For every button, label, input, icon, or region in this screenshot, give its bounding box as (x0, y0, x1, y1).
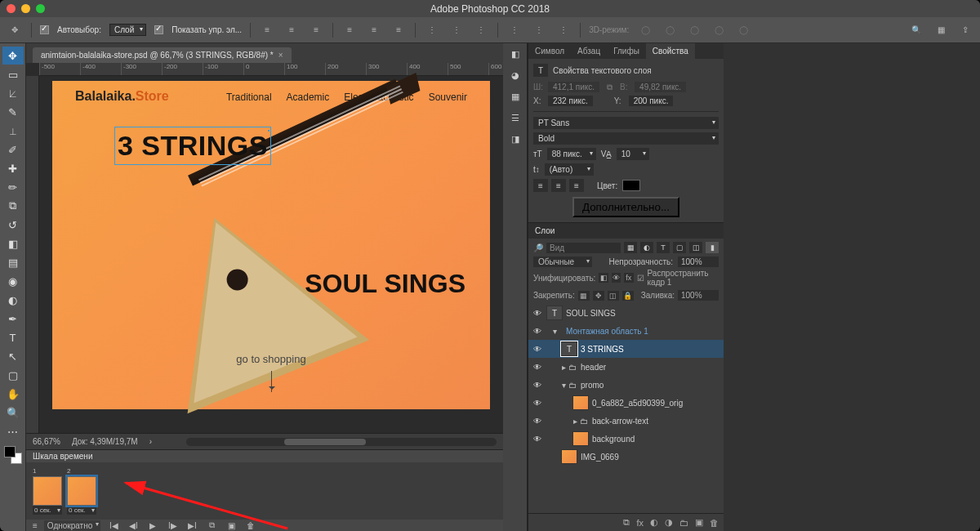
leading-select[interactable]: 10 (617, 148, 649, 160)
shape-tool[interactable]: ▢ (2, 366, 24, 384)
filter-smart-icon[interactable]: ◫ (689, 242, 702, 253)
align-right-icon[interactable]: ≡ (308, 22, 324, 38)
folder-icon[interactable]: ▸ 🗀 (561, 359, 577, 374)
y-value[interactable]: 200 пикс. (629, 96, 674, 106)
lock-all-icon[interactable]: 🔒 (622, 291, 634, 301)
status-chevron-icon[interactable]: › (149, 437, 152, 446)
visibility-icon[interactable]: 👁 (532, 381, 543, 390)
libraries-icon[interactable]: ☰ (503, 107, 528, 128)
align-text-right-icon[interactable]: ≡ (569, 179, 584, 192)
filter-shape-icon[interactable]: ▢ (673, 242, 686, 253)
adjustments-icon[interactable]: ◨ (503, 128, 528, 149)
align-bottom-icon[interactable]: ≡ (390, 22, 407, 38)
folder-icon[interactable]: ▸ 🗀 (572, 413, 589, 428)
tab-symbol[interactable]: Символ (528, 43, 571, 59)
layer-promo[interactable]: 👁 ▾ 🗀 promo (528, 376, 724, 394)
filter-pixel-icon[interactable]: ▦ (624, 242, 637, 253)
font-family-select[interactable]: PT Sans (533, 117, 719, 129)
loop-select[interactable]: Однократно (44, 520, 100, 531)
font-weight-select[interactable]: Bold (533, 132, 719, 145)
type-tool[interactable]: T (2, 328, 24, 346)
eraser-tool[interactable]: ◧ (2, 234, 24, 252)
layer-header[interactable]: 👁 ▸ 🗀 header (528, 358, 724, 376)
trash-icon[interactable]: 🗑 (710, 518, 719, 528)
distribute-left-icon[interactable]: ⋮ (506, 22, 523, 38)
layer-img1[interactable]: 👁 0_6a882_a5d90399_orig (528, 394, 724, 412)
visibility-icon[interactable]: 👁 (532, 327, 543, 336)
layer-filter-input[interactable]: Вид (546, 243, 621, 253)
eyedropper-tool[interactable]: ✐ (2, 141, 24, 158)
new-layer-icon[interactable]: ▣ (695, 517, 703, 528)
lasso-tool[interactable]: ⟀ (2, 84, 24, 102)
folder-icon[interactable]: ▾ 🗀 (561, 377, 577, 392)
doc-tab-active[interactable]: animtaion-balalaika-store.psd @ 66,7% (3… (33, 47, 292, 63)
fg-color-icon[interactable] (4, 446, 16, 457)
visibility-icon[interactable]: 👁 (532, 345, 543, 354)
unify-vis-icon[interactable]: 👁 (612, 273, 621, 283)
propagate-label[interactable]: Распространить кадр 1 (648, 269, 719, 287)
prev-frame-icon[interactable]: ◀I (127, 521, 140, 530)
swatches-icon[interactable]: ▦ (503, 86, 528, 107)
align-text-left-icon[interactable]: ≡ (533, 179, 548, 192)
frame-2[interactable]: 2 0 сек.▾ (67, 467, 96, 515)
align-center-h-icon[interactable]: ≡ (283, 22, 300, 38)
frame-1[interactable]: 1 0 сек.▾ (33, 467, 62, 515)
layer-img2[interactable]: IMG_0669 (528, 448, 724, 466)
align-top-icon[interactable]: ≡ (341, 22, 358, 38)
show-controls-checkbox[interactable] (154, 25, 163, 34)
layer-3-strings[interactable]: 👁 T 3 STRINGS (528, 340, 724, 358)
frame-duration[interactable]: 0 сек. (69, 506, 86, 514)
layer-soul-sings[interactable]: 👁 T SOUL SINGS (528, 304, 724, 322)
layer-back-arrow[interactable]: 👁 ▸ 🗀 back-arrow-text (528, 412, 724, 430)
delete-frame-icon[interactable]: 🗑 (244, 521, 257, 530)
search-icon[interactable]: 🔍 (908, 22, 924, 38)
layer-background[interactable]: 👁 background (528, 430, 724, 448)
blend-mode-select[interactable]: Обычные (533, 257, 592, 267)
timeline-menu-icon[interactable]: ≡ (33, 521, 38, 530)
distribute-h-icon[interactable]: ⋮ (424, 22, 440, 38)
visibility-icon[interactable]: 👁 (532, 417, 543, 426)
crop-tool[interactable]: ⟂ (2, 122, 24, 140)
more-button[interactable]: Дополнительно... (572, 197, 679, 217)
group-icon[interactable]: 🗀 (679, 518, 688, 528)
edit-toolbar-icon[interactable]: ⋯ (2, 422, 24, 440)
x-value[interactable]: 232 пикс. (548, 96, 593, 106)
unify-pos-icon[interactable]: ◧ (599, 273, 608, 283)
lock-artboard-icon[interactable]: ◫ (608, 291, 619, 301)
layer-artboard-1[interactable]: 👁 ▾ Монтажная область 1 (528, 322, 724, 340)
history-brush-tool[interactable]: ↺ (2, 216, 24, 234)
link-layers-icon[interactable]: ⧉ (623, 517, 630, 528)
tab-properties[interactable]: Свойства (646, 43, 695, 59)
opacity-value[interactable]: 100% (678, 257, 719, 267)
mask-icon[interactable]: ◐ (650, 517, 658, 528)
visibility-icon[interactable]: 👁 (532, 399, 543, 408)
fill-value[interactable]: 100% (678, 290, 719, 301)
align-center-v-icon[interactable]: ≡ (366, 22, 382, 38)
dodge-tool[interactable]: ◐ (2, 291, 24, 309)
close-doc-icon[interactable]: × (278, 51, 283, 60)
brush-tool[interactable]: ✏ (2, 178, 24, 196)
distribute-center-icon[interactable]: ⋮ (531, 22, 547, 38)
filter-toggle-icon[interactable]: ▮ (706, 242, 719, 253)
tracking-select[interactable]: (Авто) (545, 163, 594, 176)
hand-tool[interactable]: ✋ (2, 385, 24, 403)
unify-style-icon[interactable]: fx (624, 273, 633, 283)
auto-select-type[interactable]: Слой (109, 24, 146, 36)
fx-icon[interactable]: fx (636, 518, 644, 528)
frame-duration[interactable]: 0 сек. (34, 506, 51, 514)
font-size-select[interactable]: 88 пикс. (547, 148, 596, 160)
text-color-chip[interactable] (622, 180, 640, 191)
play-icon[interactable]: ▶ (146, 521, 159, 530)
visibility-icon[interactable]: 👁 (532, 363, 543, 372)
tab-paragraph[interactable]: Абзац (571, 43, 607, 59)
visibility-icon[interactable]: 👁 (532, 309, 543, 318)
filter-search-icon[interactable]: 🔎 (533, 243, 543, 252)
distribute-v-icon[interactable]: ⋮ (448, 22, 465, 38)
fold-icon[interactable]: ▾ (546, 324, 563, 338)
marquee-tool[interactable]: ▭ (2, 65, 24, 83)
zoom-level[interactable]: 66,67% (33, 437, 60, 446)
text-3-strings[interactable]: 3 STRINGS (118, 130, 268, 162)
share-icon[interactable]: ⇪ (957, 22, 973, 38)
lock-position-icon[interactable]: ✥ (593, 291, 604, 301)
home-icon[interactable]: ✥ (7, 22, 23, 38)
